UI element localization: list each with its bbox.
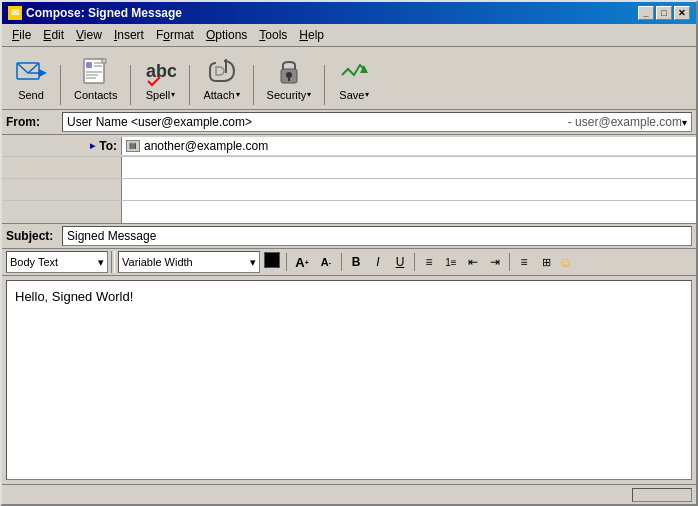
- font-label: Variable Width: [122, 256, 193, 268]
- spell-button[interactable]: abc Spell ▾: [137, 51, 183, 105]
- svg-rect-10: [102, 59, 106, 63]
- from-row: From: User Name <user@example.com> - use…: [2, 110, 696, 135]
- subject-row: Subject:: [2, 224, 696, 249]
- indent-more-button[interactable]: ⇥: [485, 252, 505, 272]
- window-icon: ✉: [8, 6, 22, 20]
- body-text-arrow: ▾: [98, 256, 104, 269]
- security-label: Security: [267, 89, 307, 101]
- from-select[interactable]: User Name <user@example.com> - user@exam…: [62, 112, 692, 132]
- fmt-sep-3: [341, 253, 342, 271]
- send-button[interactable]: Send: [8, 51, 54, 105]
- title-bar-left: ✉ Compose: Signed Message: [8, 6, 182, 20]
- toolbar-sep-4: [253, 65, 254, 105]
- bold-button[interactable]: B: [346, 252, 366, 272]
- empty-label-2: [2, 179, 122, 200]
- menu-help[interactable]: Help: [293, 26, 330, 44]
- to-label-cell: ▸ To:: [2, 137, 122, 155]
- body-text-select-inner: Body Text ▾: [7, 256, 107, 269]
- body-text-select[interactable]: Body Text ▾: [6, 251, 108, 273]
- svg-marker-1: [39, 69, 47, 77]
- toolbar-sep-2: [130, 65, 131, 105]
- menu-tools[interactable]: Tools: [253, 26, 293, 44]
- menu-options[interactable]: Options: [200, 26, 253, 44]
- unordered-list-button[interactable]: ≡: [419, 252, 439, 272]
- close-button[interactable]: ✕: [674, 6, 690, 20]
- attach-label: Attach: [203, 89, 234, 101]
- svg-point-14: [286, 72, 292, 78]
- font-size-larger-button[interactable]: A+: [291, 252, 313, 272]
- italic-button[interactable]: I: [368, 252, 388, 272]
- message-body[interactable]: Hello, Signed World!: [6, 280, 692, 480]
- attach-label-area: Attach ▾: [203, 89, 239, 101]
- title-bar: ✉ Compose: Signed Message _ □ ✕: [2, 2, 696, 24]
- recipient-empty-row-1: [2, 157, 696, 179]
- underline-button[interactable]: U: [390, 252, 410, 272]
- attach-icon: [206, 55, 238, 87]
- spell-arrow: ▾: [171, 90, 175, 99]
- to-value: another@example.com: [144, 139, 268, 153]
- insert-button[interactable]: ⊞: [536, 252, 556, 272]
- format-toolbar: Body Text ▾ Variable Width ▾ A+ A- B: [2, 249, 696, 276]
- empty-input-2[interactable]: [122, 179, 696, 200]
- font-arrow: ▾: [250, 256, 256, 269]
- svg-text:abc: abc: [146, 61, 176, 81]
- empty-label-1: [2, 157, 122, 178]
- to-input-cell[interactable]: ▤ another@example.com: [122, 137, 696, 155]
- to-arrow-icon: ▸: [90, 140, 95, 151]
- smiley-button[interactable]: ☺: [558, 254, 572, 270]
- font-color-button[interactable]: [262, 252, 282, 272]
- ordered-list-button[interactable]: 1≡: [441, 252, 461, 272]
- font-select[interactable]: Variable Width ▾: [118, 251, 260, 273]
- save-label-area: Save ▾: [339, 89, 369, 101]
- security-label-area: Security ▾: [267, 89, 312, 101]
- align-button[interactable]: ≡: [514, 252, 534, 272]
- toolbar: Send Contacts: [2, 47, 696, 110]
- toolbar-sep-1: [60, 65, 61, 105]
- menu-file[interactable]: File: [6, 26, 37, 44]
- window-title: Compose: Signed Message: [26, 6, 182, 20]
- menu-view[interactable]: View: [70, 26, 108, 44]
- save-button[interactable]: Save ▾: [331, 51, 377, 105]
- compose-window: ✉ Compose: Signed Message _ □ ✕ File Edi…: [0, 0, 698, 506]
- attach-button[interactable]: Attach ▾: [196, 51, 246, 105]
- minimize-button[interactable]: _: [638, 6, 654, 20]
- menu-edit[interactable]: Edit: [37, 26, 70, 44]
- spell-label: Spell: [146, 89, 170, 101]
- body-text-label: Body Text: [10, 256, 58, 268]
- security-button[interactable]: Security ▾: [260, 51, 319, 105]
- empty-input-3[interactable]: [122, 201, 696, 223]
- font-select-inner: Variable Width ▾: [119, 256, 259, 269]
- subject-input[interactable]: [62, 226, 692, 246]
- save-icon: [338, 55, 370, 87]
- spell-label-area: Spell ▾: [146, 89, 175, 101]
- security-icon: [273, 55, 305, 87]
- fmt-sep-4: [414, 253, 415, 271]
- recipient-empty-row-3: [2, 201, 696, 223]
- to-label: To:: [99, 139, 117, 153]
- save-arrow: ▾: [365, 90, 369, 99]
- font-color-box: [264, 252, 280, 268]
- svg-rect-4: [86, 62, 92, 68]
- send-label: Send: [18, 89, 44, 101]
- recipients-area: ▸ To: ▤ another@example.com: [2, 135, 696, 224]
- title-buttons: _ □ ✕: [638, 6, 690, 20]
- indent-less-button[interactable]: ⇤: [463, 252, 483, 272]
- font-size-smaller-button[interactable]: A-: [315, 252, 337, 272]
- subject-label: Subject:: [6, 229, 56, 243]
- recipient-empty-row-2: [2, 179, 696, 201]
- to-row: ▸ To: ▤ another@example.com: [2, 135, 696, 157]
- fmt-sep-1: [111, 251, 115, 273]
- menu-insert[interactable]: Insert: [108, 26, 150, 44]
- empty-label-3: [2, 201, 122, 223]
- empty-input-1[interactable]: [122, 157, 696, 178]
- contacts-button[interactable]: Contacts: [67, 51, 124, 105]
- toolbar-sep-3: [189, 65, 190, 105]
- menu-format[interactable]: Format: [150, 26, 200, 44]
- fmt-sep-5: [509, 253, 510, 271]
- security-arrow: ▾: [307, 90, 311, 99]
- send-icon: [15, 55, 47, 87]
- contacts-label: Contacts: [74, 89, 117, 101]
- maximize-button[interactable]: □: [656, 6, 672, 20]
- save-label: Save: [339, 89, 364, 101]
- from-extra: - user@example.com: [568, 115, 682, 129]
